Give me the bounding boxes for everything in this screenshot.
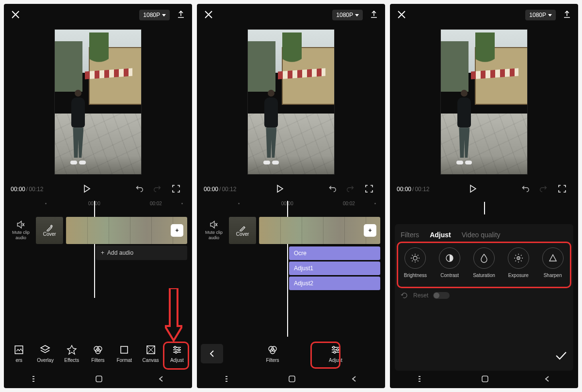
- nav-home[interactable]: [481, 375, 489, 384]
- video-clip[interactable]: +: [259, 217, 380, 244]
- time-duration: 00:12: [29, 186, 43, 193]
- tool-filters[interactable]: Filters: [260, 343, 285, 365]
- tool-effects[interactable]: Effects: [60, 343, 84, 365]
- tool-canvas[interactable]: Canvas: [139, 343, 163, 365]
- nav-home[interactable]: [288, 375, 296, 384]
- play-button[interactable]: [275, 184, 284, 195]
- saturation-icon: [479, 253, 489, 263]
- redo-button: [346, 184, 355, 195]
- svg-point-7: [178, 349, 180, 351]
- sharpen-icon: [548, 253, 558, 263]
- add-clip-button[interactable]: +: [364, 224, 376, 237]
- redo-icon: [539, 184, 548, 193]
- tool-adjust[interactable]: Adjust: [165, 343, 189, 365]
- android-navbar: [4, 371, 192, 388]
- tool-format[interactable]: Format: [112, 343, 136, 365]
- svg-point-17: [413, 256, 417, 260]
- timeline[interactable]: Mute clip audio Cover + + Add audio: [4, 212, 192, 294]
- check-icon: [555, 351, 567, 360]
- playhead[interactable]: [94, 201, 95, 298]
- video-preview[interactable]: [197, 24, 385, 180]
- export-icon: [563, 10, 571, 19]
- adjust-icon: [172, 344, 182, 355]
- mute-clip-button[interactable]: Mute clipaudio: [202, 220, 226, 241]
- undo-button[interactable]: [328, 184, 337, 195]
- nav-home[interactable]: [95, 375, 103, 384]
- reset-row: Reset: [401, 292, 567, 299]
- resolution-button[interactable]: 1080P: [525, 10, 556, 20]
- adjust-saturation[interactable]: Saturation: [469, 247, 499, 278]
- export-button[interactable]: [563, 10, 571, 20]
- tab-adjust[interactable]: Adjust: [430, 231, 451, 239]
- export-button[interactable]: [177, 10, 185, 20]
- fullscreen-button[interactable]: [558, 184, 566, 195]
- adjust-sharpen[interactable]: Sharpen: [538, 247, 567, 278]
- video-preview[interactable]: [390, 24, 578, 180]
- plus-icon: +: [101, 249, 104, 256]
- export-button[interactable]: [370, 10, 378, 20]
- tool-filters[interactable]: Filters: [86, 343, 110, 365]
- timeline[interactable]: Mute clipaudio Cover + Ocre Adjust1 Adju…: [197, 212, 385, 290]
- nav-back[interactable]: [544, 376, 550, 384]
- format-icon: [119, 344, 129, 355]
- tool-overlay[interactable]: Overlay: [33, 343, 57, 365]
- play-icon: [275, 184, 284, 193]
- close-button[interactable]: [11, 10, 20, 21]
- time-current: 00:00: [204, 186, 218, 193]
- caret-down-icon: [162, 14, 166, 16]
- sheet-tabs: Filters Adjust Video quality: [401, 231, 567, 239]
- undo-button[interactable]: [135, 184, 144, 195]
- timeline-mini[interactable]: [390, 199, 578, 215]
- adjust-contrast[interactable]: Contrast: [435, 247, 465, 278]
- play-button[interactable]: [82, 184, 91, 195]
- play-icon: [82, 184, 91, 193]
- add-audio-button[interactable]: + Add audio: [96, 245, 187, 260]
- adjust-layer[interactable]: Adjust1: [289, 261, 380, 275]
- add-clip-button[interactable]: +: [171, 224, 183, 237]
- undo-button[interactable]: [521, 184, 530, 195]
- reset-label[interactable]: Reset: [413, 292, 428, 299]
- reset-toggle[interactable]: [433, 292, 450, 299]
- play-button[interactable]: [469, 184, 477, 195]
- redo-button: [539, 184, 548, 195]
- nav-recents[interactable]: [225, 376, 233, 384]
- editor-top-bar: 1080P: [4, 4, 192, 24]
- mute-clip-button[interactable]: Mute clip audio: [9, 220, 33, 241]
- fullscreen-button[interactable]: [365, 184, 373, 195]
- playhead[interactable]: [484, 202, 485, 214]
- close-button[interactable]: [204, 10, 213, 21]
- sticker-icon: [14, 344, 24, 355]
- nav-recents[interactable]: [418, 376, 426, 384]
- export-icon: [177, 10, 185, 19]
- video-clip[interactable]: +: [66, 217, 187, 244]
- cover-button[interactable]: Cover: [229, 217, 256, 244]
- fullscreen-button[interactable]: [172, 184, 180, 195]
- timeline-ruler[interactable]: 00:00 00:02: [4, 201, 192, 212]
- nav-back[interactable]: [351, 376, 357, 384]
- svg-rect-4: [121, 346, 128, 353]
- close-icon: [11, 10, 20, 19]
- tool-stickers[interactable]: ers: [7, 343, 31, 365]
- bottom-toolbar: Filters Adjust: [197, 337, 385, 371]
- video-frame: [54, 29, 142, 175]
- adjust-exposure[interactable]: Exposure: [503, 247, 533, 278]
- close-button[interactable]: [397, 10, 406, 21]
- timeline-ruler[interactable]: 00:00 00:02: [197, 201, 385, 212]
- nav-recents[interactable]: [32, 376, 40, 384]
- brightness-icon: [410, 253, 420, 263]
- toolbar-back-button[interactable]: [201, 344, 223, 363]
- confirm-button[interactable]: [555, 351, 567, 362]
- resolution-button[interactable]: 1080P: [139, 10, 170, 20]
- tool-adjust[interactable]: Adjust: [323, 343, 348, 365]
- cover-button[interactable]: Cover: [36, 217, 63, 244]
- nav-back[interactable]: [158, 376, 164, 384]
- adjust-brightness[interactable]: Brightness: [401, 247, 430, 278]
- svg-point-14: [337, 349, 339, 351]
- adjust-layer[interactable]: Ocre: [289, 246, 380, 260]
- resolution-button[interactable]: 1080P: [332, 10, 363, 20]
- effects-icon: [66, 344, 77, 355]
- adjust-layer[interactable]: Adjust2: [289, 277, 380, 290]
- tab-filters[interactable]: Filters: [401, 231, 419, 239]
- tab-video-quality[interactable]: Video quality: [462, 231, 501, 239]
- video-preview[interactable]: [4, 24, 192, 180]
